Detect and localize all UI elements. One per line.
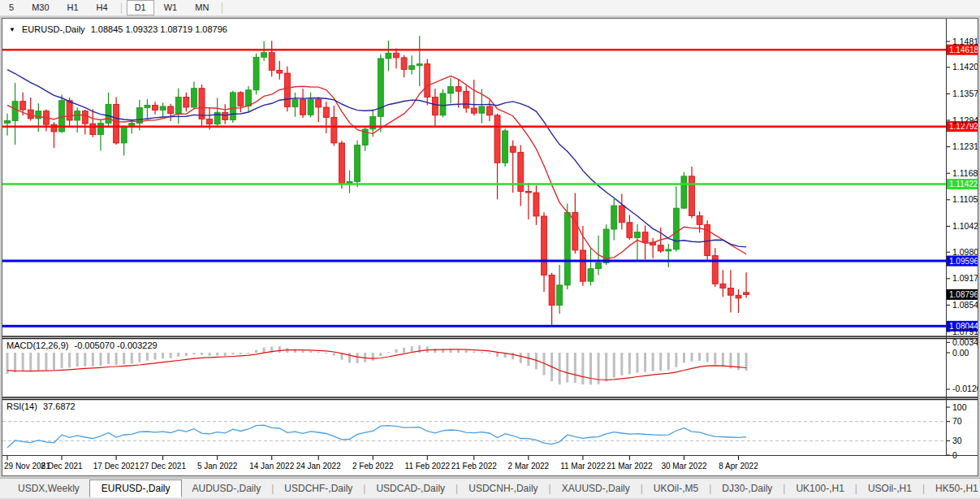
candle-up — [36, 111, 41, 119]
candle-down — [300, 99, 306, 115]
candle-down — [542, 216, 547, 275]
candle-down — [339, 143, 344, 184]
price-axis-label: 1.12940 — [952, 115, 978, 125]
tab-dj30-daily[interactable]: DJ30-,Daily — [712, 480, 782, 497]
date-axis-label: 8 Dec 2021 — [41, 462, 83, 471]
macd-histogram-bar — [278, 346, 281, 353]
macd-histogram-bar — [247, 353, 249, 354]
timeframe-button-5[interactable]: 5 — [1, 0, 22, 15]
timeframe-button-w1[interactable]: W1 — [156, 0, 186, 15]
macd-histogram-bar — [92, 353, 94, 367]
date-axis-label: 11 Feb 2022 — [405, 462, 451, 471]
tab-usoil-h1[interactable]: USOil-,H1 — [858, 480, 922, 497]
candle-up — [634, 232, 640, 238]
date-axis-label: 2 Feb 2022 — [352, 462, 394, 471]
macd-axis-label: 0.00 — [952, 348, 969, 358]
macd-histogram-bar — [481, 352, 483, 353]
candle-down — [642, 232, 648, 242]
candle-up — [681, 176, 687, 208]
rsi-axis-label: 30 — [952, 436, 962, 445]
candle-down — [525, 191, 531, 193]
macd-histogram-bar — [53, 353, 55, 370]
price-axis-label: 1.07915 — [952, 327, 978, 336]
price-axis-label: 1.12310 — [952, 141, 978, 151]
candle-down — [183, 98, 189, 107]
date-axis-label: 8 Apr 2022 — [719, 462, 758, 471]
macd-histogram-bar — [706, 353, 709, 362]
macd-histogram-bar — [192, 353, 195, 354]
price-axis-label: 1.08545 — [952, 300, 978, 310]
toolbar-separator — [222, 2, 222, 14]
macd-histogram-bar — [201, 353, 203, 355]
price-axis-label: 1.14815 — [952, 37, 978, 46]
timeframe-button-mn[interactable]: MN — [187, 0, 217, 15]
candle-down — [238, 93, 244, 106]
tab-divider: | — [641, 483, 643, 494]
timeframe-button-h4[interactable]: H4 — [89, 0, 116, 15]
timeframe-button-d1[interactable]: D1 — [127, 0, 154, 15]
candle-down — [20, 102, 26, 110]
macd-histogram-bar — [29, 353, 32, 371]
macd-histogram-bar — [45, 353, 47, 370]
candle-down — [316, 99, 322, 107]
macd-histogram-bar — [84, 353, 86, 367]
tab-usdchf-daily[interactable]: USDCHF-,Daily — [274, 480, 362, 497]
candle-up — [12, 102, 18, 121]
candle-down — [222, 112, 228, 119]
timeframe-button-m30[interactable]: M30 — [24, 0, 57, 15]
timeframe-button-h1[interactable]: H1 — [59, 0, 87, 15]
tab-hk50-h1[interactable]: HK50-,H1 — [926, 480, 980, 497]
macd-histogram-bar — [216, 353, 218, 356]
candle-up — [191, 89, 196, 107]
macd-histogram-bar — [333, 353, 335, 355]
tab-eurusd-daily[interactable]: EURUSD-,Daily — [89, 479, 183, 497]
candle-down — [199, 89, 205, 119]
tab-xauusd-daily[interactable]: XAUUSD-,Daily — [552, 480, 640, 497]
tab-audusd-daily[interactable]: AUDUSD-,Daily — [182, 480, 270, 497]
candle-up — [106, 104, 111, 123]
macd-histogram-bar — [372, 353, 374, 361]
date-axis-label: 11 Mar 2022 — [560, 462, 606, 471]
candle-up — [588, 269, 594, 282]
price-axis-label: 1.11050 — [952, 194, 978, 204]
macd-histogram-bar — [255, 350, 257, 353]
macd-histogram-bar — [589, 353, 592, 384]
candle-down — [736, 295, 741, 298]
macd-histogram-bar — [620, 353, 623, 375]
chart-canvas[interactable]: 0.0034080.00-0.01205100703001.146181.127… — [2, 19, 978, 475]
candle-up — [160, 106, 166, 111]
macd-histogram-bar — [714, 353, 716, 365]
tab-ukoil-m5[interactable]: UKOil-,M5 — [644, 480, 708, 497]
tab-usdcnh-daily[interactable]: USDCNH-,Daily — [459, 480, 547, 497]
price-axis-label: 1.09805 — [952, 247, 978, 257]
symbol-tab-bar: USDX,WeeklyEURUSD-,DailyAUDUSD-,Daily|US… — [0, 478, 980, 497]
candle-up — [230, 93, 235, 120]
price-level-badge-text: 1.09596 — [949, 257, 978, 266]
date-axis-label: 14 Jan 2022 — [249, 462, 294, 471]
candle-down — [114, 104, 119, 143]
candle-up — [440, 93, 446, 115]
price-axis-label: 1.10420 — [952, 221, 978, 231]
rsi-axis-label: 0 — [952, 450, 957, 460]
macd-histogram-bar — [691, 353, 693, 362]
tab-usdx-weekly[interactable]: USDX,Weekly — [8, 480, 89, 497]
date-axis-label: 24 Jan 2022 — [296, 462, 341, 471]
macd-histogram-bar — [263, 348, 266, 353]
price-level-badge-text: 1.14618 — [949, 46, 978, 54]
candle-down — [744, 293, 749, 295]
candle-down — [510, 146, 516, 152]
candle-up — [308, 99, 313, 115]
macd-histogram-bar — [667, 353, 670, 370]
candle-up — [355, 145, 360, 182]
date-axis-label: 2 Mar 2022 — [508, 462, 550, 471]
candle-down — [471, 108, 477, 113]
price-axis-label: 1.14200 — [952, 62, 978, 72]
macd-histogram-bar — [574, 353, 576, 383]
macd-histogram-bar — [68, 353, 71, 367]
price-axis-label: 1.09175 — [952, 273, 978, 283]
tab-uk100-h1[interactable]: UK100-,H1 — [786, 480, 853, 497]
tab-usdcad-daily[interactable]: USDCAD-,Daily — [366, 480, 455, 497]
candle-down — [486, 106, 492, 115]
candle-down — [394, 53, 399, 58]
candle-down — [627, 223, 632, 238]
